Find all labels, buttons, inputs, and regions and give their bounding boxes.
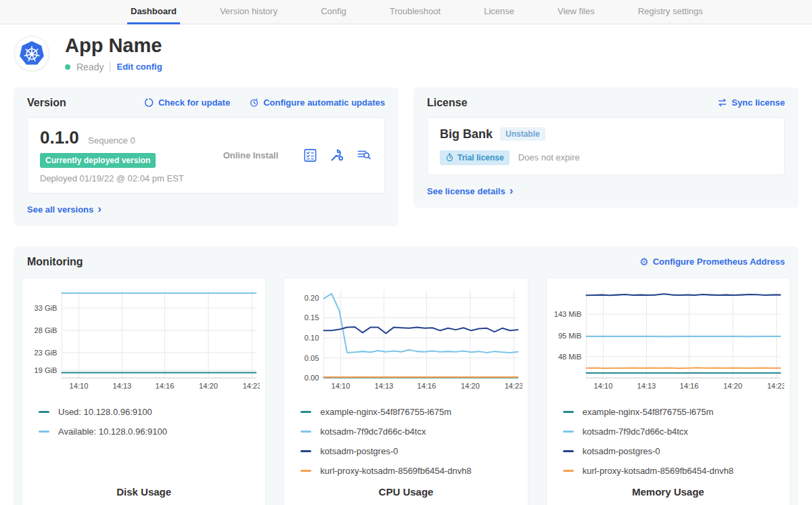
svg-text:14:20: 14:20 bbox=[199, 382, 218, 390]
legend-swatch bbox=[39, 431, 49, 433]
svg-text:23 GiB: 23 GiB bbox=[35, 349, 58, 357]
memory-usage-legend: example-nginx-54f8f76755-l675mkotsadm-7f… bbox=[552, 402, 784, 481]
svg-text:14:23: 14:23 bbox=[243, 382, 261, 390]
legend-swatch bbox=[563, 431, 574, 433]
monitoring-title: Monitoring bbox=[27, 256, 83, 268]
cpu-usage-chart: 14:1014:1314:1614:2014:230.000.050.100.1… bbox=[290, 286, 522, 395]
version-card: Version Check for update bbox=[14, 87, 399, 226]
legend-label: kotsadm-postgres-0 bbox=[583, 446, 660, 456]
tab-config[interactable]: Config bbox=[317, 0, 350, 24]
version-number: 0.1.0 bbox=[40, 127, 79, 148]
svg-text:14:13: 14:13 bbox=[375, 382, 394, 390]
license-name: Big Bank bbox=[440, 127, 493, 141]
current-version-panel: 0.1.0 Sequence 0 Currently deployed vers… bbox=[27, 117, 385, 194]
legend-label: kurl-proxy-kotsadm-8569fb6454-dnvh8 bbox=[583, 466, 734, 476]
tab-license[interactable]: License bbox=[480, 0, 518, 24]
chevron-right-icon: › bbox=[510, 188, 514, 194]
cpu-usage-legend: example-nginx-54f8f76755-l675mkotsadm-7f… bbox=[290, 402, 522, 481]
see-all-versions-link[interactable]: See all versions › bbox=[27, 204, 102, 215]
expiry-text: Does not expire bbox=[518, 152, 580, 162]
edit-config-link[interactable]: Edit config bbox=[116, 62, 162, 72]
monitoring-card: Monitoring ⚙ Configure Prometheus Addres… bbox=[14, 246, 798, 505]
legend-item: Available: 10.128.0.96:9100 bbox=[39, 422, 260, 441]
app-header: App Name Ready Edit config bbox=[0, 24, 812, 78]
configure-automatic-updates-link[interactable]: Configure automatic updates bbox=[249, 97, 385, 108]
disk-usage-chart: 14:1014:1314:1614:2014:2319 GiB23 GiB28 … bbox=[28, 286, 260, 395]
legend-label: example-nginx-54f8f76755-l675m bbox=[583, 407, 714, 417]
svg-text:0.20: 0.20 bbox=[304, 294, 319, 302]
status-dot bbox=[65, 64, 70, 70]
top-nav-tabs: DashboardVersion historyConfigTroublesho… bbox=[0, 0, 812, 24]
disk-usage-legend: Used: 10.128.0.96:9100Available: 10.128.… bbox=[28, 402, 260, 481]
sync-license-link[interactable]: Sync license bbox=[717, 97, 785, 108]
refresh-icon bbox=[144, 97, 154, 108]
svg-text:14:16: 14:16 bbox=[156, 382, 175, 390]
check-for-update-link[interactable]: Check for update bbox=[144, 97, 230, 108]
memory-usage-chart-title: Memory Usage bbox=[552, 486, 784, 498]
svg-text:14:13: 14:13 bbox=[113, 382, 132, 390]
page-title: App Name bbox=[65, 35, 162, 57]
clock-refresh-icon bbox=[249, 97, 259, 108]
svg-text:14:10: 14:10 bbox=[332, 382, 351, 390]
svg-text:14:10: 14:10 bbox=[70, 382, 89, 390]
memory-usage-panel: 14:1014:1314:1614:2014:2348 MiB95 MiB143… bbox=[546, 278, 790, 505]
license-panel: Big Bank Unstable Trial license Does not… bbox=[427, 117, 785, 175]
legend-label: kurl-proxy-kotsadm-8569fb6454-dnvh8 bbox=[320, 466, 471, 476]
tab-dashboard[interactable]: Dashboard bbox=[127, 0, 180, 24]
deployed-timestamp: Deployed 01/19/22 @ 02:04 pm EST bbox=[40, 173, 199, 183]
svg-text:0.05: 0.05 bbox=[304, 354, 319, 362]
memory-usage-chart: 14:1014:1314:1614:2014:2348 MiB95 MiB143… bbox=[552, 286, 784, 395]
svg-text:14:13: 14:13 bbox=[637, 382, 656, 390]
legend-swatch bbox=[300, 450, 311, 452]
tab-view-files[interactable]: View files bbox=[554, 0, 598, 24]
preflight-checklist-icon[interactable] bbox=[302, 148, 318, 163]
legend-item: kurl-proxy-kotsadm-8569fb6454-dnvh8 bbox=[563, 461, 784, 481]
app-logo bbox=[15, 37, 49, 70]
svg-text:14:20: 14:20 bbox=[461, 382, 480, 390]
status-text: Ready bbox=[76, 62, 104, 72]
install-type-label: Online Install bbox=[199, 150, 302, 160]
svg-text:19 GiB: 19 GiB bbox=[35, 366, 58, 374]
legend-label: example-nginx-54f8f76755-l675m bbox=[320, 407, 451, 417]
deployed-badge: Currently deployed version bbox=[40, 153, 156, 168]
legend-swatch bbox=[563, 450, 574, 452]
svg-text:48 MiB: 48 MiB bbox=[558, 353, 582, 361]
config-wrench-gear-icon[interactable] bbox=[329, 147, 345, 163]
tab-troubleshoot[interactable]: Troubleshoot bbox=[386, 0, 444, 24]
legend-item: kotsadm-postgres-0 bbox=[563, 441, 784, 461]
svg-text:143 MiB: 143 MiB bbox=[554, 310, 581, 318]
version-card-title: Version bbox=[27, 97, 66, 109]
stopwatch-icon bbox=[445, 153, 454, 162]
svg-text:95 MiB: 95 MiB bbox=[558, 332, 582, 340]
svg-text:0.00: 0.00 bbox=[304, 374, 319, 382]
legend-item: kotsadm-7f9dc7d66c-b4tcx bbox=[300, 422, 522, 441]
cpu-usage-chart-title: CPU Usage bbox=[290, 486, 522, 498]
channel-badge: Unstable bbox=[500, 127, 545, 141]
legend-swatch bbox=[300, 431, 311, 433]
svg-text:14:16: 14:16 bbox=[679, 382, 698, 390]
svg-text:0.10: 0.10 bbox=[304, 334, 319, 342]
legend-label: Available: 10.128.0.96:9100 bbox=[58, 426, 167, 437]
see-license-details-link[interactable]: See license details › bbox=[427, 186, 513, 196]
legend-swatch bbox=[563, 411, 574, 413]
view-diff-list-search-icon[interactable] bbox=[356, 147, 372, 163]
license-card-title: License bbox=[427, 97, 468, 109]
svg-text:28 GiB: 28 GiB bbox=[35, 326, 58, 334]
sequence-label: Sequence 0 bbox=[88, 135, 135, 146]
license-card: License Sync license Big Bank Unstable bbox=[413, 87, 798, 208]
svg-text:14:20: 14:20 bbox=[723, 382, 742, 390]
legend-item: example-nginx-54f8f76755-l675m bbox=[563, 402, 784, 422]
disk-usage-panel: 14:1014:1314:1614:2014:2319 GiB23 GiB28 … bbox=[22, 278, 266, 505]
configure-prometheus-link[interactable]: ⚙ Configure Prometheus Address bbox=[639, 257, 785, 267]
legend-item: kotsadm-postgres-0 bbox=[300, 441, 522, 461]
gear-icon: ⚙ bbox=[639, 257, 648, 266]
tab-registry-settings[interactable]: Registry settings bbox=[635, 0, 706, 24]
legend-swatch bbox=[39, 411, 49, 413]
tab-version-history[interactable]: Version history bbox=[217, 0, 281, 24]
kubernetes-logo-icon bbox=[17, 39, 47, 68]
legend-item: example-nginx-54f8f76755-l675m bbox=[300, 402, 522, 422]
cpu-usage-panel: 14:1014:1314:1614:2014:230.000.050.100.1… bbox=[284, 278, 528, 505]
svg-text:14:16: 14:16 bbox=[418, 382, 436, 390]
legend-item: kotsadm-7f9dc7d66c-b4tcx bbox=[563, 422, 784, 441]
divider bbox=[110, 62, 110, 72]
